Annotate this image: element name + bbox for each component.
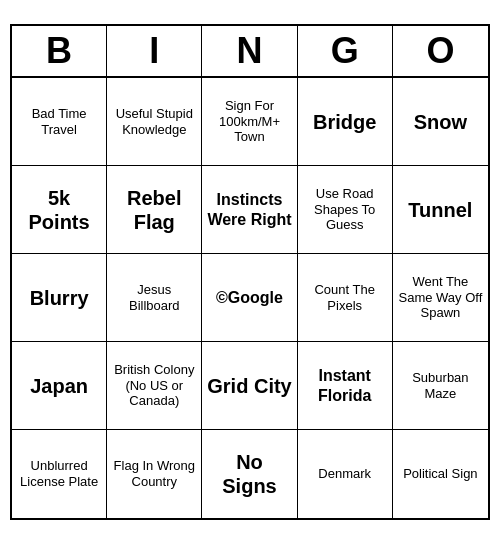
bingo-cell-15: Japan	[12, 342, 107, 430]
bingo-cell-20: Unblurred License Plate	[12, 430, 107, 518]
bingo-cell-23: Denmark	[298, 430, 393, 518]
header-letter-n: N	[202, 26, 297, 76]
bingo-cell-5: 5k Points	[12, 166, 107, 254]
header-letter-g: G	[298, 26, 393, 76]
bingo-cell-24: Political Sign	[393, 430, 488, 518]
bingo-cell-10: Blurry	[12, 254, 107, 342]
bingo-cell-6: Rebel Flag	[107, 166, 202, 254]
bingo-header: BINGO	[12, 26, 488, 78]
bingo-grid: Bad Time TravelUseful Stupid KnowledgeSi…	[12, 78, 488, 518]
bingo-cell-1: Useful Stupid Knowledge	[107, 78, 202, 166]
bingo-cell-19: Suburban Maze	[393, 342, 488, 430]
bingo-cell-16: British Colony (No US or Canada)	[107, 342, 202, 430]
bingo-cell-21: Flag In Wrong Country	[107, 430, 202, 518]
bingo-cell-11: Jesus Billboard	[107, 254, 202, 342]
bingo-cell-14: Went The Same Way Off Spawn	[393, 254, 488, 342]
bingo-board: BINGO Bad Time TravelUseful Stupid Knowl…	[10, 24, 490, 520]
header-letter-o: O	[393, 26, 488, 76]
bingo-cell-12: ©Google	[202, 254, 297, 342]
bingo-cell-3: Bridge	[298, 78, 393, 166]
bingo-cell-8: Use Road Shapes To Guess	[298, 166, 393, 254]
bingo-cell-4: Snow	[393, 78, 488, 166]
bingo-cell-2: Sign For 100km/M+ Town	[202, 78, 297, 166]
bingo-cell-18: Instant Florida	[298, 342, 393, 430]
bingo-cell-7: Instincts Were Right	[202, 166, 297, 254]
header-letter-b: B	[12, 26, 107, 76]
header-letter-i: I	[107, 26, 202, 76]
bingo-cell-17: Grid City	[202, 342, 297, 430]
bingo-cell-13: Count The Pixels	[298, 254, 393, 342]
bingo-cell-9: Tunnel	[393, 166, 488, 254]
bingo-cell-0: Bad Time Travel	[12, 78, 107, 166]
bingo-cell-22: No Signs	[202, 430, 297, 518]
